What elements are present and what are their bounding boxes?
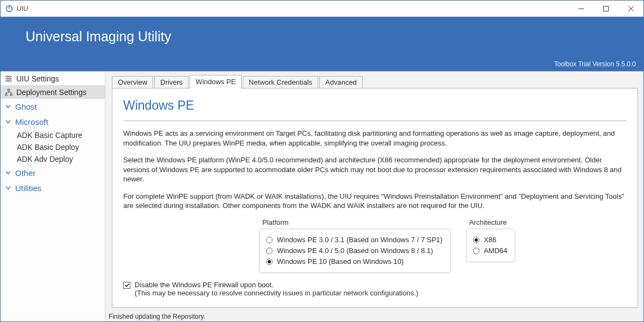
- architecture-group: Architecture X86 AMD64: [466, 218, 515, 273]
- sidebar-category-microsoft[interactable]: Microsoft: [1, 114, 105, 129]
- body: UIU Settings Deployment Settings Ghost M…: [1, 71, 643, 321]
- sidebar-category-label: Other: [15, 168, 36, 178]
- tab-drivers[interactable]: Drivers: [154, 76, 188, 89]
- option-label: Windows PE 3.0 / 3.1 (Based on Windows 7…: [277, 236, 443, 244]
- chevron-down-icon: [5, 103, 11, 110]
- sidebar-item-deployment-settings[interactable]: Deployment Settings: [1, 85, 105, 99]
- sidebar-item-adk-basic-capture[interactable]: ADK Basic Capture: [1, 129, 105, 141]
- main: Overview Drivers Windows PE Network Cred…: [105, 72, 643, 321]
- tab-panel: Windows PE Windows PE acts as a servicin…: [112, 88, 638, 308]
- svg-rect-14: [10, 94, 12, 96]
- option-groups: Platform Windows PE 3.0 / 3.1 (Based on …: [259, 218, 627, 273]
- platform-group: Platform Windows PE 3.0 / 3.1 (Based on …: [259, 218, 451, 273]
- architecture-label: Architecture: [469, 218, 515, 226]
- radio-icon: [266, 248, 273, 254]
- radio-icon: [473, 248, 479, 254]
- network-icon: [5, 89, 12, 96]
- firewall-checkbox-row[interactable]: Disable the Windows PE Firewall upon boo…: [123, 281, 627, 289]
- tabstrip: Overview Drivers Windows PE Network Cred…: [105, 72, 643, 88]
- radio-icon: [266, 237, 273, 243]
- sidebar-category-label: Microsoft: [15, 117, 48, 127]
- banner: Universal Imaging Utility Toolbox Trial …: [1, 17, 643, 71]
- window-controls: [569, 1, 643, 16]
- window-title: UIU: [17, 5, 28, 12]
- intro-paragraph-3: For complete WinPE support (from WADK or…: [123, 192, 627, 211]
- status-text: Finished updating the Repository.: [109, 313, 205, 320]
- sidebar: UIU Settings Deployment Settings Ghost M…: [1, 72, 105, 321]
- titlebar: UIU: [1, 1, 643, 17]
- settings-icon: [5, 75, 12, 83]
- arch-option-x86[interactable]: X86: [473, 235, 507, 245]
- page-heading: Windows PE: [123, 98, 627, 113]
- chevron-down-icon: [5, 185, 11, 191]
- option-label: Windows PE 10 (Based on Windows 10): [277, 257, 403, 266]
- sidebar-item-adk-basic-deploy[interactable]: ADK Basic Deploy: [1, 141, 105, 153]
- radio-icon: [473, 237, 479, 243]
- svg-rect-13: [5, 94, 7, 96]
- sidebar-category-label: Ghost: [15, 102, 37, 111]
- chevron-down-icon: [5, 118, 11, 125]
- tab-windows-pe[interactable]: Windows PE: [190, 75, 242, 89]
- platform-box: Windows PE 3.0 / 3.1 (Based on Windows 7…: [259, 229, 451, 273]
- intro-paragraph-1: Windows PE acts as a servicing environme…: [123, 129, 627, 148]
- svg-point-9: [9, 78, 10, 79]
- architecture-box: X86 AMD64: [466, 229, 515, 262]
- tab-network-credentials[interactable]: Network Credentials: [243, 76, 318, 89]
- sidebar-item-adk-adv-deploy[interactable]: ADK Adv Deploy: [1, 153, 105, 165]
- banner-title: Universal Imaging Utility: [26, 29, 171, 45]
- sidebar-item-label: ADK Basic Deploy: [17, 143, 79, 151]
- sidebar-category-ghost[interactable]: Ghost: [1, 99, 105, 114]
- svg-point-7: [7, 75, 8, 77]
- platform-label: Platform: [262, 218, 451, 226]
- sidebar-item-label: Deployment Settings: [16, 88, 86, 97]
- option-label: Windows PE 4.0 / 5.0 (Based on Windows 8…: [277, 247, 433, 255]
- app-window: UIU Universal Imaging Utility Toolbox Tr…: [0, 0, 644, 322]
- statusbar: Finished updating the Repository.: [105, 311, 643, 321]
- maximize-button[interactable]: [594, 1, 618, 16]
- close-button[interactable]: [618, 1, 643, 16]
- checkbox-icon: [123, 282, 130, 289]
- divider: [123, 121, 627, 121]
- firewall-label: Disable the Windows PE Firewall upon boo…: [135, 281, 274, 289]
- sidebar-item-label: ADK Adv Deploy: [17, 155, 73, 163]
- tab-overview[interactable]: Overview: [112, 76, 153, 89]
- minimize-button[interactable]: [569, 1, 594, 16]
- svg-point-11: [7, 80, 8, 81]
- sidebar-category-utilities[interactable]: Utilities: [1, 180, 105, 195]
- sidebar-item-label: UIU Settings: [16, 74, 59, 83]
- option-label: AMD64: [484, 247, 507, 255]
- platform-option-pe40[interactable]: Windows PE 4.0 / 5.0 (Based on Windows 8…: [266, 245, 443, 256]
- arch-option-amd64[interactable]: AMD64: [473, 245, 507, 256]
- intro-paragraph-2: Select the Windows PE platform (WinPE 4.…: [123, 155, 627, 184]
- svg-rect-3: [604, 6, 609, 11]
- svg-rect-12: [8, 89, 10, 91]
- firewall-hint: (This may be necessary to resolve connec…: [135, 289, 627, 297]
- option-label: X86: [484, 236, 496, 244]
- sidebar-item-label: ADK Basic Capture: [17, 131, 83, 140]
- banner-version: Toolbox Trial Version 5.5.0.0: [554, 60, 636, 68]
- sidebar-item-uiu-settings[interactable]: UIU Settings: [1, 72, 105, 85]
- platform-option-pe30[interactable]: Windows PE 3.0 / 3.1 (Based on Windows 7…: [266, 235, 443, 245]
- radio-icon: [266, 258, 273, 265]
- platform-option-pe10[interactable]: Windows PE 10 (Based on Windows 10): [266, 256, 443, 267]
- sidebar-category-label: Utilities: [15, 184, 41, 193]
- sidebar-category-other[interactable]: Other: [1, 165, 105, 180]
- app-icon: [5, 4, 14, 13]
- chevron-down-icon: [5, 169, 11, 176]
- tab-advanced[interactable]: Advanced: [319, 76, 363, 89]
